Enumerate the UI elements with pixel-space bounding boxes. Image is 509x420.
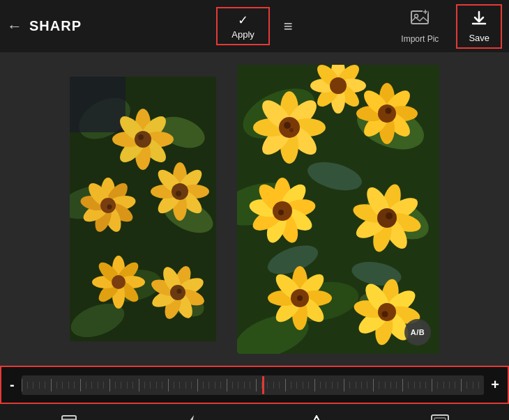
svg-point-53	[112, 275, 126, 289]
svg-point-95	[386, 107, 392, 114]
before-image	[70, 77, 216, 341]
import-icon	[410, 8, 430, 32]
slider-track[interactable]	[22, 375, 485, 395]
header-left: ← SHARP	[7, 17, 172, 36]
tick-marks	[22, 375, 485, 395]
apply-button[interactable]: ✓ Apply	[216, 7, 270, 45]
apply-label: Apply	[231, 29, 254, 40]
svg-point-116	[386, 212, 393, 219]
svg-point-44	[176, 191, 181, 196]
import-label: Import Pic	[401, 34, 439, 44]
svg-point-106	[278, 210, 284, 215]
bottom-toolbar: BASIC EDIT LIGHTNING SHARPNESS VIGNETTE	[0, 404, 509, 420]
slider-indicator	[262, 376, 264, 394]
save-label: Save	[469, 33, 489, 43]
check-icon: ✓	[238, 13, 248, 28]
svg-point-34	[107, 205, 112, 210]
tool-lightning[interactable]: LIGHTNING	[131, 414, 255, 420]
header: ← SHARP ✓ Apply ≡ Import Pic	[0, 0, 509, 52]
lightning-icon	[184, 414, 201, 420]
tool-vignette[interactable]: VIGNETTE	[379, 414, 503, 420]
save-button[interactable]: Save	[456, 4, 502, 49]
slider-minus-button[interactable]: -	[10, 377, 15, 393]
save-icon	[470, 10, 488, 31]
header-right: Import Pic Save	[337, 4, 502, 49]
svg-rect-13	[70, 77, 126, 132]
svg-point-63	[177, 289, 182, 294]
svg-point-136	[382, 311, 388, 317]
sharpness-icon	[307, 414, 326, 420]
svg-marker-148	[310, 416, 324, 420]
after-image: A/B	[237, 65, 439, 354]
tool-sharpness[interactable]: SHARPNESS	[254, 414, 379, 420]
page-title: SHARP	[29, 18, 82, 34]
svg-point-22	[135, 131, 151, 148]
svg-point-23	[138, 134, 144, 140]
ab-badge: A/B	[404, 319, 431, 345]
svg-point-85	[289, 128, 294, 132]
main-content: A/B	[0, 52, 509, 366]
import-button[interactable]: Import Pic	[401, 8, 439, 44]
slider-plus-button[interactable]: +	[491, 377, 499, 393]
basic-edit-icon	[60, 414, 78, 420]
slider-bar: - +	[0, 366, 509, 404]
menu-icon[interactable]: ≡	[284, 17, 293, 36]
vignette-icon	[430, 414, 450, 420]
svg-point-126	[297, 295, 303, 301]
svg-point-145	[330, 77, 347, 94]
svg-point-84	[284, 122, 291, 129]
header-center: ✓ Apply ≡	[172, 7, 337, 45]
back-button[interactable]: ←	[7, 17, 22, 36]
tool-basic-edit[interactable]: BASIC EDIT	[7, 414, 131, 420]
